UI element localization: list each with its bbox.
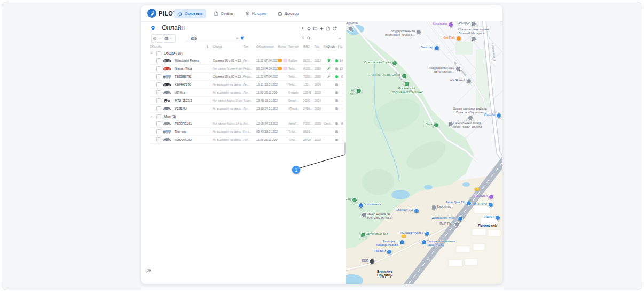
- group-row[interactable]: Общая (10): [150, 50, 343, 57]
- map-poi-marker[interactable]: [425, 231, 430, 236]
- year-cell: 2020: [315, 73, 323, 80]
- map-poi-marker[interactable]: [448, 121, 453, 127]
- map-poi-marker[interactable]: [466, 79, 472, 84]
- vehicle-row[interactable]: К907УН190Не выходил на связьЛег...11:56 …: [150, 136, 343, 144]
- app-logo[interactable]: PILOT: [147, 9, 177, 18]
- plus-icon[interactable]: [319, 26, 324, 31]
- map-poi-marker[interactable]: [360, 232, 366, 237]
- header-sat-icon[interactable]: [340, 45, 343, 49]
- chevron-down-icon[interactable]: [150, 51, 153, 55]
- map-poi-marker[interactable]: [352, 197, 357, 203]
- vehicle-row[interactable]: Mitsubishi PajeroСтоянка 00 д 00 ч 23 мЛ…: [150, 57, 343, 65]
- columns-dropdown[interactable]: [163, 34, 176, 43]
- visibility-dropdown[interactable]: [151, 34, 164, 43]
- map-poi-marker[interactable]: [362, 212, 367, 218]
- search-input[interactable]: [313, 34, 337, 43]
- vehicle-row[interactable]: Р100РЕ161Нет связи более 14 дне...Лег...…: [150, 120, 343, 128]
- vehicle-row[interactable]: У235АМНе выходил на связьЛег...10:10 24.…: [150, 105, 343, 113]
- row-checkbox[interactable]: [156, 106, 161, 111]
- expand-panel-button[interactable]: »: [147, 266, 151, 274]
- row-checkbox[interactable]: [156, 137, 161, 142]
- map-poi-label: Лукойл: [484, 113, 495, 117]
- map-poi-marker[interactable]: [348, 26, 354, 32]
- column-header-IMEI[interactable]: IMEI: [303, 44, 310, 50]
- file-icon[interactable]: [326, 26, 331, 31]
- row-checkbox[interactable]: [156, 98, 161, 103]
- map-poi-marker[interactable]: [402, 73, 407, 79]
- tab-История[interactable]: История: [241, 9, 270, 18]
- map-poi-marker[interactable]: [434, 45, 439, 51]
- column-header-Год[interactable]: Год: [315, 44, 319, 50]
- header-geo-icon[interactable]: [327, 45, 331, 49]
- type-filter-select[interactable]: Все: [186, 34, 242, 42]
- tab-Основные[interactable]: Основные: [174, 9, 206, 18]
- vehicle-row[interactable]: Test wipНе выходил на связьГруз...09:49 …: [150, 128, 343, 136]
- row-checkbox[interactable]: [156, 74, 161, 79]
- vehicle-row[interactable]: Nissan TiidaНет связи более 4 днейРефр..…: [150, 65, 343, 73]
- map-poi-marker[interactable]: [495, 215, 500, 220]
- map-poi-marker[interactable]: [455, 66, 461, 72]
- print-icon[interactable]: [307, 26, 311, 31]
- map-poi-marker[interactable]: [434, 122, 439, 128]
- map-poi-marker[interactable]: [448, 22, 453, 27]
- column-header-Объекты[interactable]: Объекты: [150, 44, 162, 50]
- vehicle-row[interactable]: МТЗ-1523.3Нет связи более 3 мес.Тракт...…: [150, 97, 343, 105]
- clear-search-icon[interactable]: [338, 36, 342, 40]
- row-checkbox[interactable]: [156, 58, 161, 63]
- map-poi-marker[interactable]: [404, 81, 410, 87]
- map-poi-marker[interactable]: [431, 205, 437, 210]
- download-icon[interactable]: [300, 26, 305, 31]
- clear-filter-icon[interactable]: [301, 36, 305, 40]
- map-poi-marker[interactable]: [414, 208, 419, 213]
- map-poi-marker[interactable]: [471, 36, 476, 42]
- chevron-down-icon[interactable]: [150, 114, 153, 118]
- map-poi-label: кладбище: [346, 21, 380, 25]
- vehicle-row[interactable]: х934еаНе выходил на связьЛег...11:50 29.…: [150, 89, 343, 97]
- refresh-icon[interactable]: [332, 26, 337, 31]
- map-poi-marker[interactable]: [399, 240, 405, 245]
- column-header-Метки[interactable]: Метки: [278, 44, 286, 50]
- row-checkbox[interactable]: [156, 129, 161, 134]
- map-poi-marker[interactable]: [421, 240, 427, 245]
- map-poi-marker[interactable]: [496, 113, 501, 118]
- map-canvas[interactable]: кладбищеГосударственная инспекция труда …: [346, 21, 502, 284]
- funnel-icon[interactable]: [240, 36, 245, 41]
- vehicle-row[interactable]: Т100ЕЕ791Стоянка 00 д 00 ч 25 мРефр...11…: [150, 73, 343, 81]
- panel-resize-handle[interactable]: [344, 142, 346, 154]
- map-poi-marker[interactable]: [488, 202, 493, 208]
- map-poi-marker[interactable]: [392, 60, 397, 66]
- map-poi-marker[interactable]: [458, 216, 463, 221]
- map-poi-marker[interactable]: [387, 249, 392, 255]
- tab-Отчёты[interactable]: Отчёты: [210, 9, 237, 18]
- map-poi-marker[interactable]: [468, 116, 473, 121]
- vehicle-row[interactable]: К904АУ190Не выходил на связьЛег...16:21 …: [150, 81, 343, 89]
- sort-down-icon[interactable]: [206, 45, 209, 49]
- row-checkbox[interactable]: [156, 82, 161, 87]
- folder-icon[interactable]: [313, 26, 318, 31]
- column-header-Тип уст[interactable]: Тип уст: [288, 44, 299, 50]
- map-poi-marker[interactable]: [489, 194, 494, 199]
- column-header-Обновление[interactable]: Обновление: [256, 44, 274, 50]
- group-checkbox[interactable]: [156, 114, 161, 119]
- row-checkbox[interactable]: [156, 90, 161, 95]
- tab-Договор[interactable]: Договор: [274, 9, 302, 18]
- map-poi-marker[interactable]: [456, 36, 461, 41]
- column-header-Тип[interactable]: Тип: [243, 44, 248, 50]
- imei-cell: 0100...: [303, 57, 314, 64]
- map-poi-label: ПыР-ПаК: [439, 222, 453, 226]
- map-poi-marker[interactable]: [369, 259, 374, 264]
- map-poi-marker[interactable]: [471, 21, 476, 27]
- row-checkbox[interactable]: [156, 121, 161, 126]
- map-poi-marker[interactable]: [416, 29, 421, 35]
- column-header-Статус[interactable]: Статус: [213, 44, 222, 50]
- header-signal-icon[interactable]: [335, 45, 339, 49]
- group-row[interactable]: Мои (3): [150, 113, 343, 120]
- header-wrench-icon[interactable]: [331, 45, 335, 49]
- group-checkbox[interactable]: [156, 51, 161, 56]
- map-poi-marker[interactable]: [466, 201, 472, 206]
- map-poi-marker[interactable]: [356, 88, 362, 94]
- map-poi-marker[interactable]: [454, 222, 460, 227]
- row-checkbox[interactable]: [156, 66, 161, 71]
- map-poi-marker[interactable]: [358, 203, 364, 208]
- tags-cell: [278, 91, 288, 95]
